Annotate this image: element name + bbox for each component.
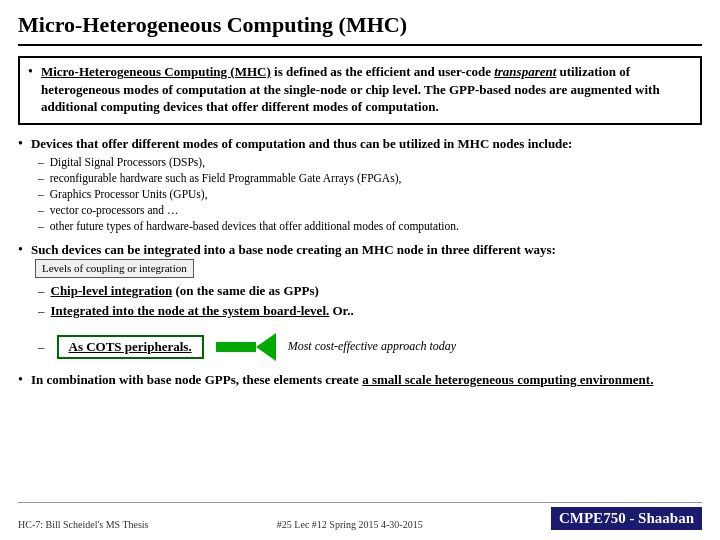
bullet-dot-2: • (18, 136, 23, 152)
sub-bullet-2-3-text: Graphics Processor Units (GPUs), (50, 187, 208, 202)
integration-list: – Chip-level integration (on the same di… (38, 282, 702, 320)
sub-bullet-2-2: – reconfigurable hardware such as Field … (38, 171, 702, 186)
sub-bullet-2-3: – Graphics Processor Units (GPUs), (38, 187, 702, 202)
dash-icon: – (38, 302, 45, 320)
dash-icon: – (38, 219, 44, 234)
cots-label: As COTS peripherals. (69, 339, 192, 354)
dash-icon: – (38, 187, 44, 202)
sub-bullet-2-5-text: other future types of hardware-based dev… (50, 219, 459, 234)
bullet-4: • In combination with base node GPPs, th… (18, 371, 702, 389)
bullet-4-text: In combination with base node GPPs, thes… (31, 371, 654, 389)
arrow-body (216, 342, 256, 352)
sub-bullet-2-4-text: vector co-processors and … (50, 203, 179, 218)
arrow-container (216, 333, 276, 361)
cots-box: As COTS peripherals. (57, 335, 204, 359)
dash-icon: – (38, 203, 44, 218)
sub-bullet-2-2-text: reconfigurable hardware such as Field Pr… (50, 171, 402, 186)
bullet-dot-3: • (18, 242, 23, 258)
integration-item-2: – Integrated into the node at the system… (38, 302, 702, 320)
sub-bullet-2-1-text: Digital Signal Processors (DSPs), (50, 155, 205, 170)
bullet-dot-1: • (28, 64, 33, 80)
dash-icon: – (38, 282, 45, 300)
dash-icon: – (38, 155, 44, 170)
integration-item-1-text: Chip-level integration (on the same die … (51, 282, 319, 300)
integration-item-1: – Chip-level integration (on the same di… (38, 282, 702, 300)
bullet-3: • Such devices can be integrated into a … (18, 241, 702, 278)
bullet-2-text: Devices that offer different modes of co… (31, 135, 573, 153)
bullet-2: • Devices that offer different modes of … (18, 135, 702, 153)
sub-bullet-2-4: – vector co-processors and … (38, 203, 702, 218)
dash-icon: – (38, 171, 44, 186)
footer-center: #25 Lec #12 Spring 2015 4-30-2015 (277, 519, 423, 530)
bullet-1: • Micro-Heterogeneous Computing (MHC) is… (28, 63, 692, 116)
bullet-dot-4: • (18, 372, 23, 388)
most-cost-text: Most cost-effective approach today (288, 339, 457, 354)
integration-item-2-text: Integrated into the node at the system b… (51, 302, 354, 320)
sub-bullet-2-5: – other future types of hardware-based d… (38, 219, 702, 234)
arrow-head (256, 333, 276, 361)
bullet-3-container: • Such devices can be integrated into a … (18, 241, 702, 323)
tooltip-box: Levels of coupling or integration (35, 259, 194, 278)
footer-right: CMPE750 - Shaaban (551, 507, 702, 530)
bullet-1-box: • Micro-Heterogeneous Computing (MHC) is… (18, 56, 702, 125)
dash-icon: – (38, 339, 45, 355)
footer-left: HC-7: Bill Scheidel's MS Thesis (18, 519, 149, 530)
cots-row: – As COTS peripherals. Most cost-effecti… (38, 333, 702, 361)
bullet-1-text: Micro-Heterogeneous Computing (MHC) is d… (41, 63, 692, 116)
sub-bullet-2-1: – Digital Signal Processors (DSPs), (38, 155, 702, 170)
slide-title: Micro-Heterogeneous Computing (MHC) (18, 12, 702, 46)
bullet-2-container: • Devices that offer different modes of … (18, 135, 702, 235)
footer: HC-7: Bill Scheidel's MS Thesis #25 Lec … (18, 502, 702, 530)
bullet-3-text: Such devices can be integrated into a ba… (31, 241, 702, 278)
content: • Micro-Heterogeneous Computing (MHC) is… (18, 56, 702, 496)
slide: Micro-Heterogeneous Computing (MHC) • Mi… (0, 0, 720, 540)
sub-bullets-2: – Digital Signal Processors (DSPs), – re… (38, 155, 702, 234)
